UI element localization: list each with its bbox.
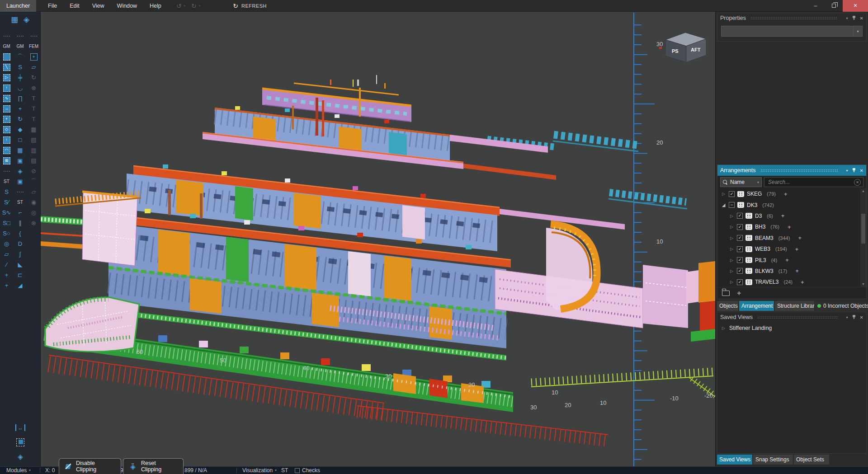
rectangle-icon[interactable]: □ xyxy=(14,135,27,145)
grid-view-icon[interactable]: ▦ xyxy=(11,15,18,31)
add-item-icon[interactable]: + xyxy=(795,246,799,253)
tree-row-pil3[interactable]: ▷✓PIL3(4)+ xyxy=(717,254,866,265)
checks-toggle[interactable]: Checks xyxy=(295,467,320,474)
viewport-3d[interactable]: 30201070605040302010302010-10-20 PS AFT xyxy=(41,12,715,466)
text-tool-1-icon[interactable]: T xyxy=(27,93,41,103)
plane-icon[interactable]: ▱ xyxy=(0,249,14,259)
search-input[interactable] xyxy=(764,177,863,187)
expander-icon[interactable]: ◢ xyxy=(721,202,726,207)
chevron-down-icon[interactable]: ▾ xyxy=(846,315,848,319)
zoom-off-icon[interactable]: ⊘ xyxy=(27,166,41,176)
expander-icon[interactable]: ▷ xyxy=(729,236,734,240)
clip-range-icon[interactable]: ↔ xyxy=(15,422,25,433)
triangle-rule-icon[interactable]: ◣ xyxy=(14,259,27,270)
axis-line-icon[interactable]: ∕ xyxy=(0,259,14,270)
tree-row-blkw3[interactable]: ▷✓BLKW3(17)+ xyxy=(717,266,866,277)
axis-cross-icon[interactable]: + xyxy=(14,103,27,114)
modules-dropdown[interactable]: Modules ▾ xyxy=(6,467,31,474)
add-item-icon[interactable]: + xyxy=(795,268,799,274)
cube-hole-icon[interactable]: ▣ xyxy=(14,155,27,166)
menu-edit[interactable]: Edit xyxy=(63,0,86,12)
add-item-icon[interactable]: + xyxy=(801,279,804,286)
stiffener-circle-icon[interactable]: S○ xyxy=(0,228,14,239)
redo-caret-icon[interactable]: ▾ xyxy=(199,4,204,8)
scale-icon[interactable]: ◇ xyxy=(0,124,14,135)
drag-handle[interactable] xyxy=(757,316,838,319)
tree-checkbox[interactable]: ✓ xyxy=(737,268,743,274)
arc-d-icon[interactable]: D xyxy=(14,239,27,249)
tab-structure-library[interactable]: Structure Library xyxy=(775,301,814,311)
chevron-down-icon[interactable]: ▾ xyxy=(846,16,848,20)
tab-0-incorrect-objects[interactable]: 0 Incorrect Objects xyxy=(815,301,868,311)
close-button[interactable]: ✕ xyxy=(843,0,868,12)
block-set-icon[interactable]: ▤ xyxy=(27,155,41,166)
menu-window[interactable]: Window xyxy=(111,0,143,12)
pin-icon[interactable] xyxy=(852,315,856,319)
arrangements-header[interactable]: Arrangements ▾ ✕ xyxy=(717,165,866,176)
expander-icon[interactable]: ▷ xyxy=(729,247,734,251)
tree-row-skeg[interactable]: ▷✓SKEG(79)+ xyxy=(717,188,866,199)
bend-icon[interactable]: ⌒ xyxy=(27,176,41,187)
tree-row-web3[interactable]: ▷✓WEB3(194)+ xyxy=(717,244,866,254)
menu-file[interactable]: File xyxy=(42,0,63,12)
minimize-button[interactable]: – xyxy=(807,0,825,12)
clear-search-icon[interactable]: ✕ xyxy=(854,179,861,186)
add-item-icon[interactable]: + xyxy=(798,235,802,241)
move-icon[interactable]: + xyxy=(0,114,14,124)
close-icon[interactable]: ✕ xyxy=(860,16,863,21)
point-icon[interactable]: ◆ xyxy=(14,124,27,135)
wire-cube-icon[interactable]: ◈ xyxy=(14,166,27,176)
delete-icon[interactable]: ⊗ xyxy=(27,83,41,93)
zigzag-icon[interactable]: ∿ xyxy=(0,93,14,103)
tree-row-bh3[interactable]: ▷✓BH3(76)+ xyxy=(717,221,866,232)
fillet-icon[interactable]: ◡ xyxy=(14,83,27,93)
extend-up-icon[interactable]: ↑ xyxy=(0,83,14,93)
sweep-icon[interactable]: ∫ xyxy=(14,249,27,259)
checks-checkbox[interactable] xyxy=(295,468,300,473)
line-select-icon[interactable]: ╲ xyxy=(0,62,14,72)
close-icon[interactable]: ✕ xyxy=(860,168,863,173)
arc-tool-icon[interactable]: ⌒ xyxy=(14,52,27,62)
saved-view-item[interactable]: ▷Stiffener Landing xyxy=(717,324,866,333)
scrollbar-thumb[interactable] xyxy=(861,214,865,244)
chevron-down-icon[interactable]: ▾ xyxy=(853,26,862,36)
grid-tool-icon[interactable]: ▤ xyxy=(27,135,41,145)
navigation-cube[interactable]: PS AFT xyxy=(662,29,710,65)
stiffener-angle-icon[interactable]: S∕ xyxy=(0,197,14,207)
open-folder-icon[interactable]: ▱ xyxy=(27,62,41,72)
pin-icon[interactable] xyxy=(852,168,856,173)
add-item-icon[interactable]: + xyxy=(788,224,791,230)
tab-object-sets[interactable]: Object Sets xyxy=(794,455,829,465)
properties-combo[interactable]: ▾ xyxy=(721,26,863,37)
cross-large-icon[interactable]: + xyxy=(0,280,14,291)
flange-icon[interactable]: ∏ xyxy=(14,93,27,103)
mesh-view-icon[interactable]: ◈ xyxy=(24,15,29,31)
wedge-icon[interactable]: ◢ xyxy=(14,280,27,291)
cube-face-ps[interactable]: PS xyxy=(672,48,679,54)
tab-snap-settings[interactable]: Snap Settings xyxy=(753,455,793,465)
text-tool-3-icon[interactable]: T xyxy=(27,114,41,124)
copy-add-icon[interactable]: ⊞ xyxy=(0,155,14,166)
add-item-icon[interactable]: + xyxy=(785,257,789,263)
properties-header[interactable]: Properties ▾ ✕ xyxy=(717,13,866,23)
marquee-select-icon[interactable] xyxy=(0,52,14,62)
text-tool-2-icon[interactable]: T xyxy=(27,103,41,114)
expander-icon[interactable]: ▷ xyxy=(729,225,734,229)
scroll-up-icon[interactable]: ▲ xyxy=(860,188,866,194)
expander-icon[interactable]: ▷ xyxy=(729,280,734,284)
tree-checkbox[interactable]: ✓ xyxy=(737,235,743,241)
tree-checkbox[interactable]: ✓ xyxy=(737,213,743,219)
tab-objects[interactable]: Objects xyxy=(717,301,738,311)
tree-row-travel3[interactable]: ▷✓TRAVEL3(24)+ xyxy=(717,277,866,287)
reset-clipping-button[interactable]: ◈ Reset Clipping xyxy=(123,458,184,474)
st-mode-label[interactable]: ST xyxy=(281,467,288,474)
expander-icon[interactable]: ▷ xyxy=(721,326,726,330)
tab-saved-views[interactable]: Saved Views xyxy=(717,455,752,465)
saved-views-header[interactable]: Saved Views ▾ ✕ xyxy=(717,312,866,322)
export-delete-icon[interactable]: ⊗ xyxy=(27,218,41,228)
drag-handle[interactable] xyxy=(750,17,838,20)
refresh-button[interactable]: ↻ REFRESH xyxy=(233,2,267,9)
chevron-down-icon[interactable]: ▾ xyxy=(846,169,848,173)
extend-right-icon[interactable]: → xyxy=(0,103,14,114)
flatten-icon[interactable]: ▱ xyxy=(27,187,41,197)
